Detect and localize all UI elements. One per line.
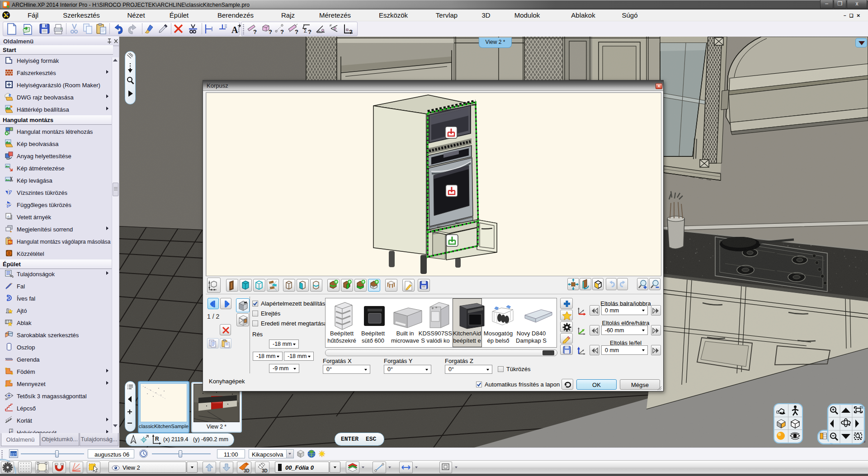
svg-text:?: ? <box>349 28 353 35</box>
svg-text:?: ? <box>295 28 298 35</box>
svg-text:?: ? <box>308 28 311 35</box>
svg-text:(y) -690.2 mm: (y) -690.2 mm <box>193 436 228 443</box>
svg-text:A: A <box>231 25 238 35</box>
svg-text:?: ? <box>269 28 272 35</box>
svg-text:3P: 3P <box>5 398 8 401</box>
svg-text:3D: 3D <box>244 468 250 473</box>
svg-text:R: R <box>155 436 159 442</box>
svg-text:3D: 3D <box>262 468 268 473</box>
svg-text:?: ? <box>253 28 257 35</box>
svg-text:?: ? <box>280 28 284 35</box>
svg-text:1: 1 <box>10 429 12 432</box>
svg-text:(x) 2119.4: (x) 2119.4 <box>163 436 188 443</box>
svg-text:Σ: Σ <box>304 28 307 33</box>
